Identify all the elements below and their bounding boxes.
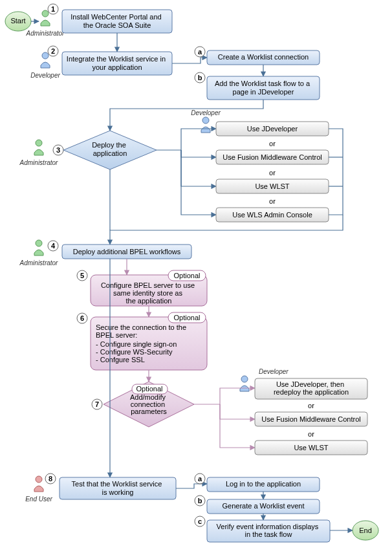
arrow	[181, 150, 216, 157]
arrow	[220, 404, 255, 448]
optional1: Optional	[174, 272, 201, 279]
step8a-text: Log in to the application	[226, 480, 301, 488]
step7-text: Add/modify connection parameters	[130, 393, 168, 415]
step2b-num: b	[198, 74, 202, 82]
step8c-num: c	[198, 517, 202, 525]
role-dev: Developer	[30, 72, 60, 79]
flowchart: Start Administrator 1 Install WebCenter …	[0, 0, 392, 544]
arrow	[181, 150, 216, 215]
role-admin3: Administrator	[19, 259, 59, 267]
role-dev2: Developer	[191, 109, 221, 116]
step4-text: Deploy additional BPEL workflows	[73, 248, 181, 256]
step4-num: 4	[51, 242, 56, 250]
or2: or	[269, 169, 276, 177]
optional2: Optional	[174, 314, 201, 321]
or4: or	[308, 402, 314, 409]
optional3: Optional	[136, 385, 163, 393]
conn-opt-c-text: Use WLST	[294, 444, 328, 452]
arrow	[181, 150, 216, 186]
or5: or	[308, 430, 314, 438]
dev-icon	[201, 117, 210, 133]
conn-opt-b-text: Use Fusion Middleware Control	[261, 415, 360, 423]
admin-icon	[41, 10, 50, 26]
role-dev3: Developer	[259, 368, 289, 375]
step1-text: Install WebCenter Portal and the Oracle …	[71, 13, 164, 29]
deploy-opt-a-text: Use JDeveloper	[247, 125, 298, 133]
or3: or	[269, 197, 276, 205]
step2a-num: a	[198, 48, 202, 56]
end-label: End	[359, 527, 372, 534]
admin-icon	[34, 140, 43, 155]
conn-opt-a-text: Use JDeveloper, then redeploy the applic…	[274, 380, 349, 396]
join-line	[329, 129, 343, 215]
step2-num: 2	[51, 47, 55, 55]
step6-num: 6	[80, 314, 84, 322]
user-icon	[34, 476, 43, 492]
deploy-opt-c-text: Use WLST	[255, 182, 289, 190]
arrow	[172, 58, 207, 63]
step7-num: 7	[95, 400, 99, 408]
arrow	[176, 484, 207, 488]
arrow	[220, 404, 255, 419]
step2a-text: Create a Worklist connection	[218, 53, 309, 61]
deploy-opt-d-text: Use WLS Admin Console	[232, 211, 312, 219]
step8-num: 8	[49, 475, 52, 483]
dev-icon	[41, 52, 50, 68]
step8a-num: a	[198, 475, 202, 483]
step3-num: 3	[56, 146, 60, 154]
step1-num: 1	[51, 5, 55, 13]
step8b-num: b	[198, 497, 202, 505]
or1: or	[269, 140, 276, 147]
admin-icon	[34, 240, 43, 256]
dev-icon	[240, 376, 249, 391]
start-label: Start	[10, 17, 25, 25]
role-user: End User	[25, 495, 52, 503]
deploy-opt-b-text: Use Fusion Middleware Control	[223, 153, 321, 161]
step5-num: 5	[80, 272, 84, 279]
role-admin: Administrator	[26, 30, 65, 37]
step8b-text: Generate a Worklist event	[223, 502, 305, 510]
role-admin2: Administrator	[19, 159, 59, 166]
step3-text: Deploy the application	[92, 141, 128, 157]
